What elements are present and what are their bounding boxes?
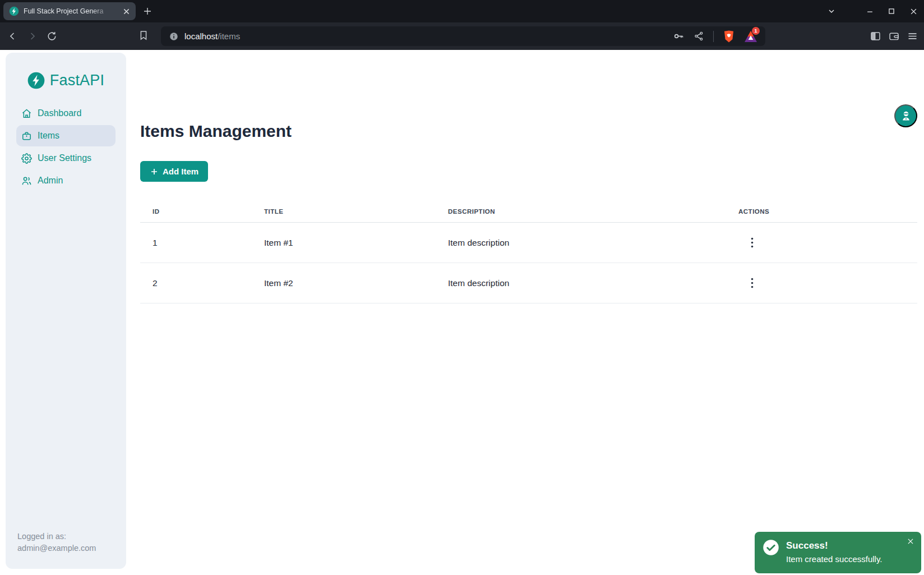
back-button[interactable] [6,30,19,43]
home-icon [21,108,32,119]
reload-button[interactable] [45,30,58,43]
sidebar-item-user-settings[interactable]: User Settings [16,148,116,169]
forward-button[interactable] [25,30,39,43]
app-logo: FastAPI [27,72,104,89]
plus-icon [150,167,159,176]
kebab-menu-icon [751,237,754,248]
sidebar-item-label: Dashboard [38,108,81,118]
sidebar-panel-icon[interactable] [870,30,881,42]
sidebar-item-label: User Settings [38,153,91,163]
browser-window: Full Stack Project Genera [0,0,924,575]
toast-close-icon[interactable] [907,537,916,546]
share-icon[interactable] [694,31,704,42]
toast-message: Item created successfully. [786,554,882,564]
browser-toolbar: localhost/items [0,22,924,50]
brave-shield-icon[interactable] [723,30,735,43]
wallet-icon[interactable] [888,30,900,42]
brave-rewards-icon[interactable]: 1 [744,30,757,43]
logged-in-footer: Logged in as: admin@example.com [6,531,126,569]
table-header-row: ID TITLE DESCRIPTION ACTIONS [140,199,917,223]
tab-title: Full Stack Project Genera [24,7,117,15]
bookmark-icon[interactable] [138,30,150,42]
cell-title: Item #2 [252,263,436,303]
url-path: /items [218,31,240,41]
password-key-icon[interactable] [673,30,685,42]
add-item-label: Add Item [163,167,198,176]
cell-id: 2 [140,263,252,303]
tab-close-icon[interactable] [121,6,131,16]
hamburger-menu-icon[interactable] [907,30,918,42]
page-content: FastAPI Dashboard Items [0,50,924,575]
table-row: 2 Item #2 Item description [140,263,917,303]
app-sidebar: FastAPI Dashboard Items [6,53,126,569]
page-title: Items Management [140,122,292,141]
sidebar-item-dashboard[interactable]: Dashboard [16,103,116,124]
cell-title: Item #1 [252,223,436,263]
toolbar-divider [713,31,714,42]
app-logo-text: FastAPI [50,72,104,89]
tab-search-chevron-icon[interactable] [825,5,838,17]
browser-titlebar: Full Stack Project Genera [0,0,924,22]
rewards-notification-badge: 1 [752,27,760,35]
maximize-button[interactable] [885,5,898,17]
site-info-icon[interactable] [169,31,179,42]
add-item-button[interactable]: Add Item [140,161,208,182]
user-avatar-button[interactable] [894,104,917,127]
row-actions-menu-button[interactable] [747,235,757,250]
column-header-description: DESCRIPTION [436,199,726,223]
cell-id: 1 [140,223,252,263]
users-icon [21,176,32,186]
sidebar-nav: Dashboard Items User Settings [6,103,126,191]
sidebar-item-label: Admin [38,176,63,186]
address-bar[interactable]: localhost/items [161,26,765,46]
items-table: ID TITLE DESCRIPTION ACTIONS 1 Item #1 I… [140,199,917,303]
toast-title: Success! [786,540,882,551]
user-avatar-icon [899,109,913,123]
browser-tab[interactable]: Full Stack Project Genera [3,2,136,20]
column-header-title: TITLE [252,199,436,223]
logged-in-label: Logged in as: [17,531,114,542]
column-header-actions: ACTIONS [726,199,917,223]
cell-description: Item description [436,263,726,303]
briefcase-icon [21,131,32,141]
new-tab-button[interactable] [141,5,154,17]
minimize-button[interactable] [863,5,876,17]
url-text[interactable]: localhost/items [184,31,667,41]
url-host: localhost [184,31,218,41]
table-row: 1 Item #1 Item description [140,223,917,263]
fastapi-favicon-icon [9,6,19,16]
column-header-id: ID [140,199,252,223]
sidebar-item-items[interactable]: Items [16,125,116,146]
row-actions-menu-button[interactable] [747,275,757,291]
cell-description: Item description [436,223,726,263]
close-window-button[interactable] [907,5,920,17]
gear-icon [21,153,32,164]
logged-in-email: admin@example.com [17,542,114,554]
sidebar-item-admin[interactable]: Admin [16,170,116,191]
sidebar-item-label: Items [38,131,59,141]
kebab-menu-icon [751,278,754,288]
fastapi-bolt-icon [27,72,45,89]
check-circle-icon [763,539,779,556]
success-toast: Success! Item created successfully. [755,532,921,573]
